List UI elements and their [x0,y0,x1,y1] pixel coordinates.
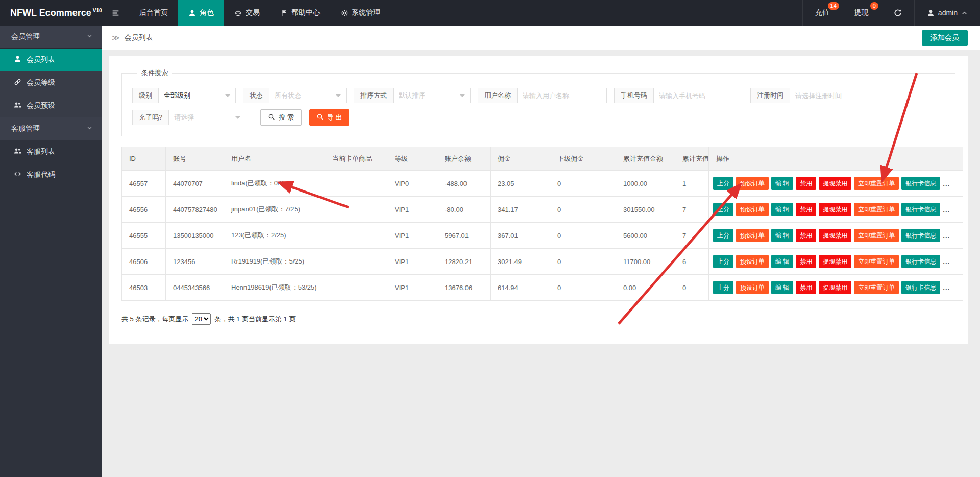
disable-button[interactable]: 禁用 [796,229,816,242]
cell-username: Henri198619(已领取：53/25) [224,275,325,301]
sidebar-section-member-management[interactable]: 会员管理 [0,26,102,49]
regtime-input[interactable] [790,88,879,103]
withdraw-disable-button[interactable]: 提现禁用 [819,255,851,268]
nav-item-help[interactable]: 帮助中心 [270,0,330,26]
dropdown-arrow-icon [460,94,465,100]
cell-product [325,223,387,249]
phone-input[interactable] [653,88,743,103]
sidebar-item-member-preset[interactable]: 会员预设 [0,94,102,117]
sidebar-item-member-level[interactable]: 会员等级 [0,71,102,94]
status-select[interactable]: 所有状态 [269,88,347,103]
user-icon [188,9,196,17]
sidebar-item-service-list[interactable]: 客服列表 [0,140,102,163]
export-button[interactable]: 导 出 [309,109,350,126]
content-card: 条件搜索 级别全部级别状态所有状态排序方式默认排序用户名称手机号码注册时间 充了… [109,56,968,344]
cell-recharge-count: 0 [675,275,709,301]
add-points-button[interactable]: 上分 [713,255,733,268]
search-row-2: 充了吗?请选择 搜 索 导 出 [132,109,945,126]
add-points-button[interactable]: 上分 [713,177,733,190]
users-icon [14,101,21,110]
more-button[interactable]: ... [943,258,950,266]
preset-order-button[interactable]: 预设订单 [736,229,769,242]
withdraw-label: 提现 [854,8,869,17]
reset-order-button[interactable]: 立即重置订单 [854,255,899,268]
cell-actions: 上分预设订单编 辑禁用提现禁用立即重置订单银行卡信息... [709,275,963,301]
more-button[interactable]: ... [943,180,950,187]
edit-button[interactable]: 编 辑 [771,255,793,268]
page-size-select[interactable]: 20 [192,313,211,325]
preset-order-button[interactable]: 预设订单 [736,281,769,294]
bank-card-button[interactable]: 银行卡信息 [901,203,940,216]
add-member-button[interactable]: 添加会员 [922,30,968,46]
flag-icon [280,9,288,17]
edit-button[interactable]: 编 辑 [771,281,793,294]
reset-order-button[interactable]: 立即重置订单 [854,203,899,216]
cell-sub-commission: 0 [550,171,616,197]
cell-username: Rr191919(已领取：5/25) [224,249,325,275]
cell-total-recharge: 301550.00 [616,197,675,223]
filter-recharged-label: 充了吗? [132,110,168,125]
add-points-button[interactable]: 上分 [713,281,733,294]
disable-button[interactable]: 禁用 [796,281,816,294]
disable-button[interactable]: 禁用 [796,177,816,190]
preset-order-button[interactable]: 预设订单 [736,203,769,216]
cell-actions: 上分预设订单编 辑禁用提现禁用立即重置订单银行卡信息... [709,223,963,249]
admin-user-menu[interactable]: admin [914,0,980,26]
more-button[interactable]: ... [943,284,950,292]
username-input[interactable] [517,88,607,103]
nav-item-role[interactable]: 角色 [178,0,224,26]
cell-commission: 341.17 [491,197,550,223]
edit-button[interactable]: 编 辑 [771,229,793,242]
sidebar-item-member-list[interactable]: 会员列表 [0,49,102,71]
filter-username-label: 用户名称 [478,88,517,103]
disable-button[interactable]: 禁用 [796,203,816,216]
add-points-button[interactable]: 上分 [713,229,733,242]
cell-balance: 13676.06 [437,275,491,301]
nav-item-dashboard[interactable]: 后台首页 [129,0,178,26]
export-search-icon [316,113,324,122]
more-button[interactable]: ... [943,232,950,240]
withdraw-disable-button[interactable]: 提现禁用 [819,229,851,242]
more-button[interactable]: ... [943,206,950,213]
disable-button[interactable]: 禁用 [796,255,816,268]
reset-order-button[interactable]: 立即重置订单 [854,229,899,242]
bank-card-button[interactable]: 银行卡信息 [901,255,940,268]
column-header: 累计充值次数 [675,147,709,171]
bank-card-button[interactable]: 银行卡信息 [901,177,940,190]
sidebar-section-service-management[interactable]: 客服管理 [0,117,102,140]
withdraw-nav-item[interactable]: 提现0 [842,0,881,26]
cell-commission: 23.05 [491,171,550,197]
reset-order-button[interactable]: 立即重置订单 [854,177,899,190]
withdraw-disable-button[interactable]: 提现禁用 [819,203,851,216]
recharge-nav-item[interactable]: 充值14 [802,0,842,26]
cell-recharge-count: 1 [675,171,709,197]
nav-item-trade[interactable]: 交易 [224,0,270,26]
refresh-button[interactable] [881,0,914,26]
reset-order-button[interactable]: 立即重置订单 [854,281,899,294]
bank-card-button[interactable]: 银行卡信息 [901,229,940,242]
search-button[interactable]: 搜 索 [260,109,302,126]
edit-button[interactable]: 编 辑 [771,203,793,216]
sort-select[interactable]: 默认排序 [393,88,471,103]
edit-button[interactable]: 编 辑 [771,177,793,190]
withdraw-disable-button[interactable]: 提现禁用 [819,281,851,294]
column-header: 当前卡单商品 [325,147,387,171]
add-points-button[interactable]: 上分 [713,203,733,216]
preset-order-button[interactable]: 预设订单 [736,177,769,190]
level-select[interactable]: 全部级别 [158,88,236,103]
bank-card-button[interactable]: 银行卡信息 [901,281,940,294]
withdraw-disable-button[interactable]: 提现禁用 [819,177,851,190]
collapse-sidebar-button[interactable] [102,0,129,26]
search-row-2-groups: 充了吗?请选择 [132,110,253,125]
recharged-select[interactable]: 请选择 [168,110,246,125]
cell-total-recharge: 5600.00 [616,223,675,249]
sidebar-item-label: 客服代码 [27,170,55,179]
sidebar-item-label: 会员等级 [27,78,55,87]
sidebar-section-label: 客服管理 [11,124,40,133]
recharged-value: 请选择 [174,113,194,122]
cell-product [325,249,387,275]
nav-item-system[interactable]: 系统管理 [330,0,390,26]
preset-order-button[interactable]: 预设订单 [736,255,769,268]
cell-actions: 上分预设订单编 辑禁用提现禁用立即重置订单银行卡信息... [709,171,963,197]
sidebar-item-service-code[interactable]: 客服代码 [0,163,102,186]
